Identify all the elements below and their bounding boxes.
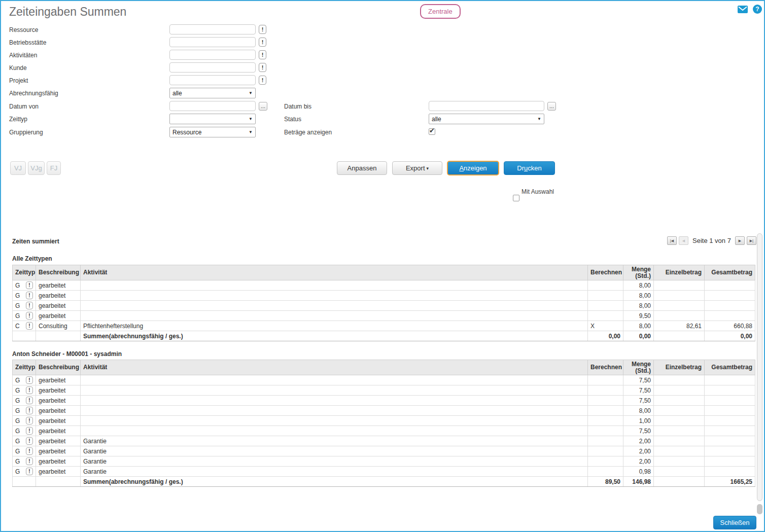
berechnen-cell	[588, 446, 623, 456]
summen-berechnen: 89,50	[588, 477, 623, 487]
betriebsstaette-label: Betriebsstätte	[9, 39, 46, 46]
caret-down-icon: ▾	[427, 166, 429, 171]
zentrale-badge[interactable]: Zentrale	[420, 4, 461, 19]
row-exclamation-button[interactable]: !	[26, 407, 33, 414]
exclamation-icon: !	[262, 52, 264, 58]
ressource-lookup-button[interactable]: !	[259, 25, 266, 34]
gruppierung-select[interactable]: Ressource ▼	[169, 127, 256, 137]
table-row: G ! gearbeitet 1,00	[13, 416, 755, 426]
page-title: Zeiteingaben Summen	[9, 5, 126, 19]
row-exclamation-button[interactable]: !	[26, 437, 33, 445]
col-berechnen: Berechnen	[588, 265, 623, 280]
einzelbetrag-cell	[654, 375, 705, 385]
exclamation-icon: !	[262, 77, 264, 83]
vj-button[interactable]: VJ	[10, 161, 26, 175]
berechnen-cell	[588, 311, 623, 321]
datum-von-picker-button[interactable]: ...	[259, 102, 267, 111]
gruppierung-label: Gruppierung	[9, 129, 43, 136]
kunde-input[interactable]	[169, 62, 256, 73]
aktivitaet-cell	[81, 406, 588, 416]
col-aktivitaet: Aktivität	[81, 265, 588, 280]
gesamtbetrag-cell	[705, 456, 755, 467]
row-exclamation-button[interactable]: !	[26, 468, 33, 475]
datum-von-input[interactable]	[169, 101, 256, 111]
col-berechnen: Berechnen	[588, 360, 623, 375]
aktivitaeten-input[interactable]	[169, 50, 256, 60]
row-exclamation-button[interactable]: !	[26, 386, 33, 394]
row-exclamation-button[interactable]: !	[26, 281, 33, 289]
row-exclamation-button[interactable]: !	[26, 417, 33, 424]
betriebsstaette-input[interactable]	[169, 37, 256, 47]
vertical-scrollbar-track-end[interactable]	[757, 504, 762, 514]
einzelbetrag-cell	[654, 446, 705, 456]
first-page-button[interactable]: |◀	[667, 236, 677, 245]
anzeigen-button[interactable]: Anzeigen	[447, 161, 499, 175]
exclamation-icon: !	[262, 39, 264, 45]
zeittyp-select[interactable]: ▼	[169, 114, 256, 124]
row-exclamation-button[interactable]: !	[26, 457, 33, 465]
fj-button[interactable]: FJ	[47, 161, 61, 175]
projekt-input[interactable]	[169, 75, 256, 85]
mit-auswahl-checkbox[interactable]	[513, 195, 519, 201]
beschreibung-cell: gearbeitet	[36, 426, 81, 436]
datum-bis-picker-button[interactable]: ...	[547, 102, 556, 111]
row-exclamation-button[interactable]: !	[26, 397, 33, 404]
summen-gesamtbetrag: 1665,25	[705, 477, 755, 487]
schliessen-button[interactable]: Schließen	[713, 516, 756, 529]
beschreibung-cell: gearbeitet	[36, 280, 81, 291]
vertical-scrollbar-thumb[interactable]	[757, 233, 762, 501]
row-exclamation-button[interactable]: !	[26, 322, 33, 330]
gesamtbetrag-cell	[705, 406, 755, 416]
next-page-button[interactable]: ▶	[735, 236, 745, 245]
summen-menge: 0,00	[623, 331, 654, 341]
betriebsstaette-lookup-button[interactable]: !	[259, 38, 266, 47]
aktivitaeten-lookup-button[interactable]: !	[259, 50, 266, 59]
help-icon[interactable]: ?	[753, 5, 762, 14]
einzelbetrag-cell	[654, 301, 705, 311]
table-row: G ! gearbeitet 9,50	[13, 311, 755, 321]
table-header-row: Zeittyp Beschreibung Aktivität Berechnen…	[13, 265, 755, 280]
row-exclamation-button[interactable]: !	[26, 302, 33, 309]
drucken-button[interactable]: Drucken	[504, 161, 555, 175]
row-exclamation-button[interactable]: !	[26, 376, 33, 384]
einzelbetrag-cell	[654, 311, 705, 321]
datum-bis-label: Datum bis	[284, 103, 311, 110]
col-beschreibung: Beschreibung	[36, 360, 81, 375]
einzelbetrag-cell	[654, 426, 705, 436]
vjg-button[interactable]: VJg	[28, 161, 45, 175]
row-exclamation-button[interactable]: !	[26, 312, 33, 320]
zeittyp-value: G	[15, 377, 20, 384]
prev-page-button[interactable]: ◀	[679, 236, 688, 245]
datum-bis-input[interactable]	[429, 101, 544, 111]
zeittyp-value: G	[15, 292, 20, 299]
row-exclamation-button[interactable]: !	[26, 447, 33, 455]
zeittyp-label: Zeittyp	[9, 116, 27, 123]
menge-cell: 2,00	[623, 446, 654, 456]
betraege-anzeigen-checkbox[interactable]: ✔	[429, 128, 435, 135]
last-page-button[interactable]: ▶|	[747, 236, 756, 245]
row-exclamation-button[interactable]: !	[26, 427, 33, 435]
projekt-lookup-button[interactable]: !	[259, 76, 266, 85]
aktivitaeten-label: Aktivitäten	[9, 52, 37, 59]
berechnen-cell	[588, 467, 623, 477]
aktivitaet-cell: Pflichtenhefterstellung	[81, 321, 588, 331]
summen-einzelbetrag	[654, 331, 705, 341]
berechnen-cell	[588, 301, 623, 311]
abrechnungsfaehig-value: alle	[172, 90, 182, 97]
beschreibung-cell: gearbeitet	[36, 467, 81, 477]
status-select[interactable]: alle ▼	[429, 114, 544, 124]
mail-icon[interactable]	[738, 6, 748, 15]
abrechnungsfaehig-select[interactable]: alle ▼	[169, 88, 256, 98]
ressource-input[interactable]	[169, 24, 256, 34]
row-exclamation-button[interactable]: !	[26, 292, 33, 299]
anpassen-button[interactable]: Anpassen	[337, 161, 387, 175]
export-button[interactable]: Export ▾	[392, 161, 442, 175]
einzelbetrag-cell	[654, 456, 705, 467]
kunde-lookup-button[interactable]: !	[259, 63, 266, 72]
chevron-down-icon: ▼	[249, 130, 253, 134]
aktivitaet-cell	[81, 301, 588, 311]
abrechnungsfaehig-label: Abrechnungsfähig	[9, 90, 58, 97]
col-gesamtbetrag: Gesamtbetrag	[705, 360, 755, 375]
aktivitaet-cell	[81, 291, 588, 301]
zeittyp-value: G	[15, 468, 20, 475]
